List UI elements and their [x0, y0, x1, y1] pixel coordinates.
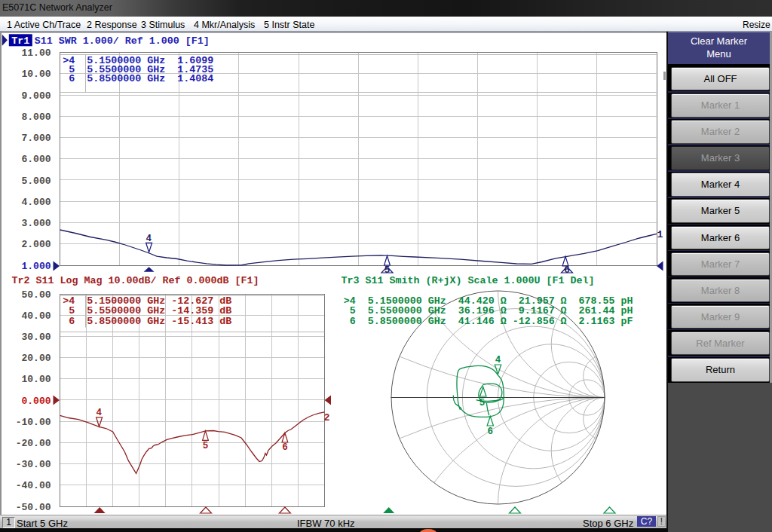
svg-text:5: 5: [384, 265, 391, 276]
svg-text:-50.00: -50.00: [16, 502, 51, 513]
svg-text:Tr3 S11 Smith (R+jX) Scale 1.0: Tr3 S11 Smith (R+jX) Scale 1.000U [F1 De…: [342, 275, 595, 286]
svg-text:6.000: 6.000: [21, 154, 51, 165]
svg-text:2: 2: [324, 412, 330, 423]
svg-text:4: 4: [146, 234, 152, 244]
svg-text:-20.00: -20.00: [16, 438, 51, 449]
svg-text:4: 4: [96, 408, 102, 418]
svg-text:6: 6: [282, 442, 288, 453]
svg-text:Tr1: Tr1: [11, 35, 29, 47]
svg-text:-10.00: -10.00: [16, 417, 51, 428]
svg-text:0.000: 0.000: [21, 396, 51, 407]
svg-text:Tr2 S11 Log Mag 10.00dB/ Ref 0: Tr2 S11 Log Mag 10.00dB/ Ref 0.000dB [F1…: [12, 275, 259, 286]
svg-text:20.00: 20.00: [21, 353, 51, 364]
svg-text:-40.00: -40.00: [16, 480, 51, 491]
svg-text:5.000: 5.000: [21, 176, 51, 187]
svg-text:3.000: 3.000: [21, 218, 51, 229]
svg-text:1.000: 1.000: [21, 261, 51, 272]
svg-text:30.00: 30.00: [21, 332, 51, 343]
svg-text:5: 5: [203, 441, 209, 451]
svg-text:1: 1: [657, 229, 663, 240]
svg-text:S11 SWR 1.000/ Ref 1.000 [F1]: S11 SWR 1.000/ Ref 1.000 [F1]: [35, 35, 210, 47]
svg-text:6 5.8500000 GHz -15.413 dB: 6 5.8500000 GHz -15.413 dB: [63, 316, 231, 327]
svg-text:8.000: 8.000: [21, 112, 51, 123]
svg-text:40.00: 40.00: [21, 310, 51, 322]
svg-text:50.00: 50.00: [21, 289, 51, 301]
svg-text:-30.00: -30.00: [16, 459, 51, 470]
svg-text:9.000: 9.000: [21, 90, 51, 102]
svg-text:6 5.8500000 GHz 41.146 Ω -12: 6 5.8500000 GHz 41.146 Ω -12.856 Ω 2.116…: [344, 316, 633, 327]
svg-text:4.000: 4.000: [21, 197, 51, 208]
svg-text:2.000: 2.000: [21, 239, 51, 250]
svg-text:4: 4: [495, 355, 501, 365]
svg-text:10.00: 10.00: [21, 374, 51, 385]
svg-text:5: 5: [479, 398, 486, 408]
svg-text:7.000: 7.000: [21, 133, 51, 144]
svg-text:11.00: 11.00: [21, 47, 51, 59]
svg-text:6: 6: [488, 427, 494, 437]
svg-text:6: 6: [564, 265, 570, 276]
svg-text:10.00: 10.00: [21, 69, 51, 80]
